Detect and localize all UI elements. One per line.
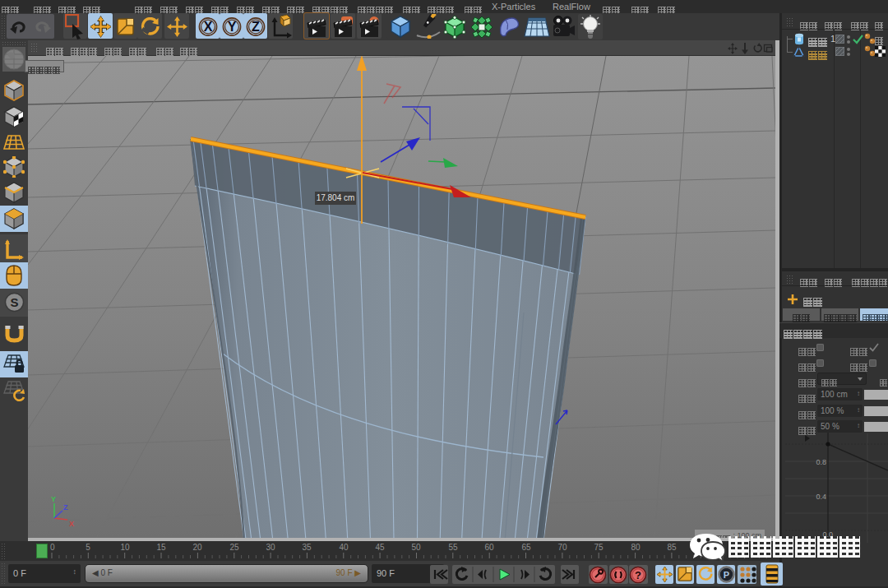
svg-text:75: 75 (594, 543, 604, 552)
svg-text:S: S (10, 295, 18, 309)
svg-text:60: 60 (484, 543, 494, 552)
svg-text:70: 70 (557, 543, 567, 552)
svg-text:45: 45 (375, 543, 385, 552)
svg-text:25: 25 (229, 543, 239, 552)
svg-text:0.4: 0.4 (816, 493, 826, 501)
svg-text:20: 20 (192, 543, 202, 552)
svg-text:P: P (724, 570, 729, 580)
svg-text:?: ? (635, 569, 641, 581)
svg-text:55: 55 (448, 543, 458, 552)
svg-text:35: 35 (302, 543, 312, 552)
svg-text:Z: Z (252, 20, 260, 34)
svg-text:85: 85 (667, 543, 677, 552)
svg-text:0.8: 0.8 (816, 458, 826, 466)
svg-text:65: 65 (521, 543, 531, 552)
svg-text:X: X (204, 20, 213, 34)
svg-text:30: 30 (266, 543, 275, 552)
svg-text:10: 10 (120, 543, 130, 552)
svg-text:Y: Y (51, 495, 56, 503)
svg-text:Y: Y (228, 20, 237, 34)
svg-text:15: 15 (156, 543, 166, 552)
svg-text:50: 50 (411, 543, 421, 552)
svg-text:0: 0 (50, 543, 55, 552)
svg-text:80: 80 (631, 543, 641, 552)
svg-text:5: 5 (86, 543, 90, 552)
svg-text:Z: Z (63, 503, 68, 512)
svg-text:40: 40 (339, 543, 349, 552)
svg-text:X: X (69, 520, 74, 528)
